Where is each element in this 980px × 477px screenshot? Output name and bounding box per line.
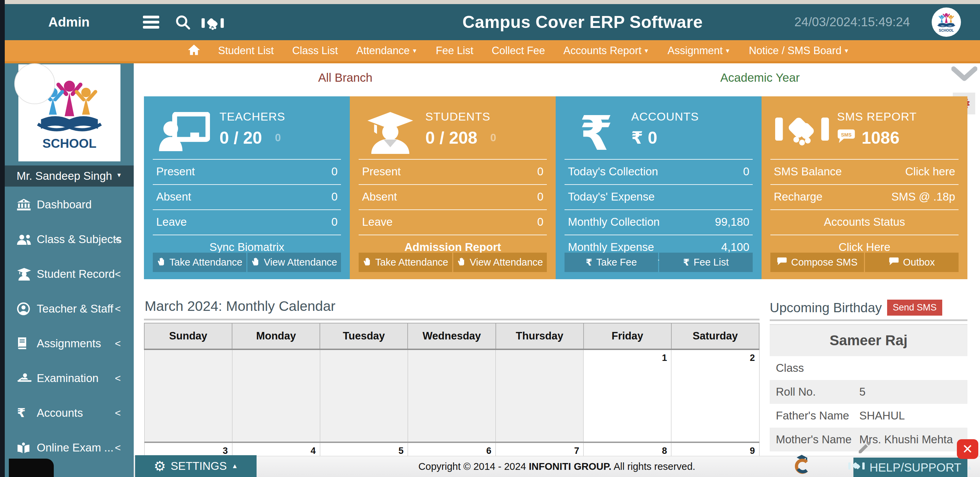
card-ghost-value: 0	[275, 132, 281, 144]
row-value[interactable]: Click here	[905, 165, 955, 179]
gears-icon: ⚙	[154, 459, 166, 473]
calendar-cell-2[interactable]: 2	[671, 349, 759, 442]
sidebar-item-accounts[interactable]: ₹Accounts<	[5, 396, 134, 430]
nav-item-student-list[interactable]: Student List	[209, 45, 283, 57]
card-accounts: ₹ACCOUNTS₹ 0Today's Collection0Today's' …	[556, 96, 762, 279]
take-attendance-button[interactable]: Take Attendance	[153, 253, 247, 272]
chevron-left-icon: <	[115, 234, 121, 245]
row-value: SHAHUL	[859, 409, 905, 422]
nav-item-notice-sms-board[interactable]: Notice / SMS Board▼	[740, 45, 859, 57]
row-label: Present	[362, 165, 401, 179]
hand-icon	[363, 256, 371, 268]
sms-bubble-icon: SMS	[837, 128, 856, 148]
view-attendance-button[interactable]: View Attendance	[453, 253, 547, 272]
sidebar-item-student-record[interactable]: Student Record<	[5, 257, 134, 292]
birthday-row-roll-no: Roll No.5	[770, 380, 967, 404]
sidebar-item-examination[interactable]: Examination<	[5, 361, 134, 396]
card-title: SMS REPORT	[837, 110, 917, 123]
calendar-cell-empty	[144, 349, 232, 442]
branch-filter[interactable]: All Branch	[134, 71, 557, 85]
card-row-sms-balance: SMS BalanceClick here	[770, 159, 959, 184]
card-row-leave: Leave0	[359, 209, 547, 235]
sidebar-item-label: Student Record	[37, 268, 115, 281]
birthday-divider	[770, 319, 967, 321]
row-value: 0	[537, 190, 543, 204]
card-center-accounts-status: Accounts Status	[770, 209, 959, 235]
collapse-chevron-icon[interactable]	[951, 64, 977, 86]
search-icon[interactable]	[174, 14, 191, 30]
academic-year-filter[interactable]: Academic Year	[557, 71, 963, 85]
nav-item-fee-list[interactable]: Fee List	[427, 45, 482, 57]
card-row-absent: Absent0	[359, 184, 547, 209]
sidebar-user-menu[interactable]: Mr. Sandeep Singh ▼	[5, 166, 134, 187]
card-title: ACCOUNTS	[631, 110, 699, 123]
nav-item-class-list[interactable]: Class List	[283, 45, 347, 57]
sidebar-item-class-subjects[interactable]: Class & Subjects<	[5, 222, 134, 257]
help-support-button[interactable]: HELP/SUPPORT ▲	[853, 458, 967, 477]
chevron-left-icon: <	[115, 303, 121, 314]
card-value: 0 / 200	[220, 128, 285, 148]
nav-item-collect-fee[interactable]: Collect Fee	[482, 45, 554, 57]
send-sms-badge[interactable]: Send SMS	[887, 300, 942, 316]
caret-up-icon: ▲	[966, 464, 972, 471]
calendar-title: March 2024: Monthly Calendar	[145, 298, 336, 314]
hamburger-menu-icon[interactable]	[143, 16, 159, 29]
caret-up-icon: ▲	[232, 463, 238, 470]
teacher-board-icon	[158, 112, 211, 151]
card-row-recharge: RechargeSMS @ .18p	[770, 184, 959, 209]
row-label: Leave	[362, 215, 393, 229]
take-attendance-button[interactable]: Take Attendance	[359, 253, 452, 272]
avatar-logo-text: SCHOOL	[939, 29, 954, 32]
home-icon	[188, 45, 200, 57]
row-label: Absent	[156, 190, 191, 204]
row-label: SMS Balance	[774, 165, 842, 179]
row-value: 0	[537, 215, 543, 229]
nav-item-assignment[interactable]: Assignment▼	[659, 45, 740, 57]
graduate-small-icon	[17, 268, 37, 281]
caret-down-icon: ▼	[843, 48, 850, 54]
calendar-cell-empty	[320, 349, 408, 442]
card-title: STUDENTS	[425, 110, 496, 123]
hand-icon	[157, 256, 165, 268]
card-students: STUDENTS0 / 2080Present0Absent0Leave0Adm…	[350, 96, 556, 279]
sidebar-item-dashboard[interactable]: Dashboard	[5, 187, 134, 222]
take-fee-button[interactable]: ₹Take Fee	[565, 253, 658, 272]
sidebar-item-teacher-staff[interactable]: Teacher & Staff<	[5, 292, 134, 326]
card-row-present: Present0	[359, 159, 547, 184]
pencil-icon[interactable]	[857, 440, 872, 456]
row-label: Monthly Expense	[568, 241, 654, 254]
bank-icon	[17, 199, 37, 211]
hand-icon	[251, 256, 259, 268]
card-row-today-s-collection: Today's Collection0	[565, 159, 753, 184]
sidebar-item-assignments[interactable]: Assignments<	[5, 326, 134, 361]
handshake-icon	[848, 461, 865, 474]
chevron-left-icon: <	[115, 268, 121, 280]
row-label: Leave	[156, 215, 187, 229]
hand-icon	[457, 256, 466, 268]
nav-home-button[interactable]	[179, 45, 209, 57]
nav-item-attendance[interactable]: Attendance▼	[347, 45, 427, 57]
weekday-wednesday: Wednesday	[408, 323, 495, 349]
settings-button[interactable]: ⚙ SETTINGS ▲	[135, 455, 256, 477]
stat-cards: TEACHERS0 / 200Present0Absent0Leave0Sync…	[144, 96, 967, 279]
svg-text:SMS: SMS	[841, 132, 852, 137]
chevron-left-icon: <	[115, 442, 121, 453]
view-attendance-button[interactable]: View Attendance	[247, 253, 341, 272]
handshake-icon[interactable]	[202, 16, 224, 32]
sidebar-user-name: Mr. Sandeep Singh	[17, 169, 112, 182]
bottom-left-popup-corner	[9, 459, 54, 477]
card-row-absent: Absent0	[153, 184, 341, 209]
calendar-cell-1[interactable]: 1	[584, 349, 671, 442]
row-label: Class	[776, 362, 859, 375]
card-teachers: TEACHERS0 / 200Present0Absent0Leave0Sync…	[144, 96, 350, 279]
compose-sms-button[interactable]: Compose SMS	[770, 253, 864, 272]
card-row-present: Present0	[153, 159, 341, 184]
card-row-monthly-collection: Monthly Collection99,180	[565, 209, 753, 235]
close-button[interactable]: ✕	[957, 439, 978, 459]
graduate-icon	[363, 112, 417, 154]
outbox-button[interactable]: Outbox	[865, 253, 959, 272]
nav-item-accounts-report[interactable]: Accounts Report▼	[554, 45, 659, 57]
avatar[interactable]: SCHOOL	[932, 8, 961, 37]
sidebar: SCHOOL Mr. Sandeep Singh ▼ DashboardClas…	[5, 63, 134, 477]
fee-list-button[interactable]: ₹Fee List	[659, 253, 753, 272]
